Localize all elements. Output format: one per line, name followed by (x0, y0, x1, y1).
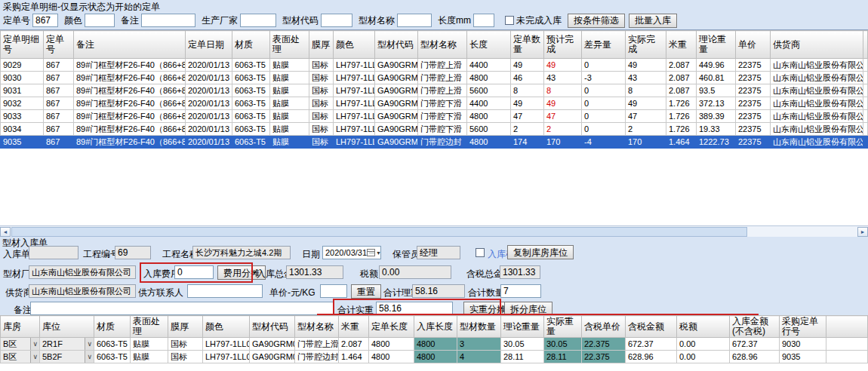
cell[interactable]: GA90GRM05 (250, 351, 295, 363)
cell[interactable]: 9034 (1, 123, 44, 136)
cell[interactable]: 89#门框型材F26-F40（866+867） (74, 136, 186, 149)
cell[interactable]: 170 (626, 136, 666, 149)
remark-input[interactable] (141, 14, 195, 27)
cell[interactable]: GA90GRM03 (250, 338, 295, 351)
entry-no-input[interactable] (29, 246, 78, 259)
chevron-down-icon[interactable]: ∨ (85, 351, 94, 363)
scroll-thumb[interactable] (11, 227, 747, 237)
cell[interactable]: 30.05 (501, 338, 544, 351)
cell[interactable]: 贴膜 (131, 351, 168, 363)
cell[interactable]: 2.087 (339, 338, 369, 351)
cell[interactable]: GA90GRM03 (375, 59, 418, 72)
cell[interactable]: 4800 (467, 72, 511, 84)
cell[interactable]: 6063-T5 (232, 59, 270, 72)
cell[interactable]: 6063-T5 (232, 136, 270, 149)
cell[interactable]: 47 (544, 110, 582, 123)
cell[interactable]: 0 (582, 123, 626, 136)
cell[interactable]: 867 (44, 123, 74, 136)
cell[interactable]: 19.33 (697, 123, 736, 136)
cell[interactable]: 1.726 (666, 97, 697, 110)
cell[interactable]: 2 (511, 123, 544, 136)
table-row[interactable]: B区∨5B2F∨6063-T5贴膜国标LH797-1LL0GA90GRM05门带… (1, 351, 868, 363)
cell[interactable]: 2.087 (666, 84, 697, 97)
cell[interactable]: 山东南山铝业股份有限公司 (771, 59, 863, 72)
cell[interactable]: 国标 (309, 123, 334, 136)
cell[interactable]: 867 (44, 59, 74, 72)
chevron-down-icon[interactable]: ∨ (30, 351, 39, 363)
cell[interactable]: B区∨ (1, 338, 40, 351)
cell[interactable]: 460.81 (697, 72, 736, 84)
cell[interactable]: 4400 (467, 59, 511, 72)
cell[interactable]: 2 (626, 123, 666, 136)
cell[interactable]: 9030 (780, 338, 826, 351)
cell[interactable]: 贴膜 (270, 110, 309, 123)
cell[interactable]: LH797-1LL0 (203, 351, 250, 363)
cell[interactable]: GA90GRM05 (375, 136, 418, 149)
cell[interactable]: 贴膜 (270, 59, 309, 72)
cell[interactable]: 628.96 (626, 351, 677, 363)
cell[interactable]: 9029 (1, 59, 44, 72)
cell[interactable]: 贴膜 (270, 123, 309, 136)
cell[interactable]: 89#门框型材F26-F40（866+867） (74, 72, 186, 84)
total-qty-input[interactable] (500, 284, 541, 298)
cell[interactable]: 22375 (736, 84, 771, 97)
cell[interactable]: GA90GRM04 (375, 123, 418, 136)
cell[interactable]: 8 (626, 84, 666, 97)
cell[interactable]: 贴膜 (270, 72, 309, 84)
manufacturer-input[interactable] (240, 14, 276, 27)
cell[interactable]: 43 (626, 72, 666, 84)
cell[interactable]: 门带腔下滑 (418, 97, 467, 110)
cell[interactable]: 国标 (309, 97, 334, 110)
cell[interactable]: 89#门框型材F26-F40（866+867） (74, 59, 186, 72)
entry-confirm-checkbox[interactable] (476, 248, 485, 257)
cell[interactable]: 4 (457, 351, 501, 363)
cell[interactable]: -3 (582, 72, 626, 84)
cell[interactable]: 4800 (414, 351, 457, 363)
cell[interactable]: 4800 (414, 338, 457, 351)
table-row[interactable]: 903086789#门框型材F26-F40（866+867）2020/01/13… (1, 72, 868, 84)
cell[interactable]: 4800 (369, 351, 414, 363)
cell[interactable]: GA90GRM04 (375, 97, 418, 110)
supplier-input[interactable] (29, 284, 136, 298)
cell[interactable]: 89#门框型材F26-F40（866+867） (74, 97, 186, 110)
cell[interactable]: 0 (582, 110, 626, 123)
table-row[interactable]: 903386789#门框型材F26-F40（866+867）2020/01/13… (1, 110, 868, 123)
cell[interactable]: 9032 (1, 97, 44, 110)
cell[interactable]: 47 (626, 110, 666, 123)
cell[interactable]: 国标 (309, 110, 334, 123)
cell[interactable]: 2R1F∨ (40, 338, 94, 351)
cell[interactable]: 9035 (780, 351, 826, 363)
cell[interactable]: 1.464 (339, 351, 369, 363)
cell[interactable]: 山东南山铝业股份有限公司 (771, 110, 863, 123)
cell[interactable]: 22375 (736, 123, 771, 136)
length-input[interactable] (473, 14, 494, 27)
cell[interactable]: 9031 (1, 84, 44, 97)
cell[interactable]: 22375 (736, 72, 771, 84)
cell[interactable]: LH797-1LL0 (334, 110, 375, 123)
profile-name-input[interactable] (397, 14, 432, 27)
cell[interactable]: 2020/01/13 (186, 136, 232, 149)
cell[interactable]: LH797-1LL0 (334, 136, 375, 149)
cell[interactable]: 93.5 (697, 84, 736, 97)
cell[interactable]: 1222.73 (697, 136, 736, 149)
cell[interactable]: 6063-T5 (232, 123, 270, 136)
cell[interactable]: 门带腔边封 (418, 136, 467, 149)
cell[interactable]: 867 (44, 72, 74, 84)
filter-by-condition-button[interactable]: 按条件筛选 (568, 14, 625, 28)
cell[interactable]: 9030 (1, 72, 44, 84)
cell[interactable]: 2.087 (666, 72, 697, 84)
cell[interactable]: B区∨ (1, 351, 40, 363)
cell[interactable]: 170 (544, 136, 582, 149)
cell[interactable]: 867 (44, 97, 74, 110)
cell[interactable]: 国标 (168, 338, 203, 351)
table-row[interactable]: 903186789#门框型材F26-F40（866+867）2020/01/13… (1, 84, 868, 97)
cell[interactable]: 贴膜 (270, 84, 309, 97)
unit-price-input[interactable] (320, 284, 347, 298)
cell[interactable]: -4 (582, 136, 626, 149)
table-row[interactable]: 902986789#门框型材F26-F40（866+867）2020/01/13… (1, 59, 868, 72)
cell[interactable]: 89#门框型材F26-F40（866+867） (74, 123, 186, 136)
cell[interactable]: GA90GRM04 (375, 110, 418, 123)
cell[interactable]: 门带腔上滑 (418, 84, 467, 97)
cell[interactable]: 6063-T5 (94, 351, 131, 363)
scroll-left-icon[interactable]: ◄ (0, 227, 11, 237)
